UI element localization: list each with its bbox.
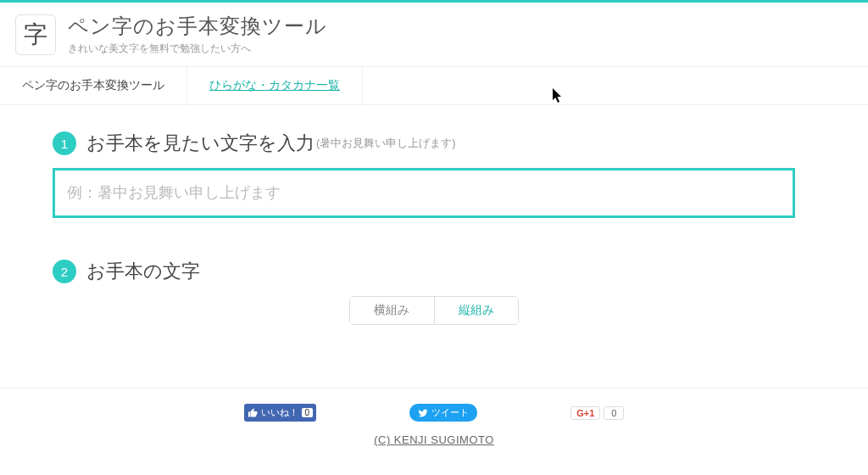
horizontal-layout-button[interactable]: 横組み [350,297,435,324]
footer: いいね！ 0 ツイート G +1 0 (C) KENJI SUGIMOTO [0,388,868,446]
google-plus-g-icon: G [576,408,584,418]
text-input[interactable] [53,168,795,218]
google-plus-button[interactable]: G +1 [570,406,600,420]
google-plus-count: 0 [604,406,624,420]
google-plus-plus1: +1 [584,408,595,418]
facebook-like-count: 0 [302,408,314,417]
site-subtitle: きれいな美文字を無料で勉強したい方へ [68,42,327,56]
step2-header: 2 お手本の文字 [53,259,815,284]
step1-badge: 1 [53,131,76,155]
step1-hint: (暑中お見舞い申し上げます) [316,136,456,151]
twitter-icon [418,408,428,418]
site-header: 字 ペン字のお手本変換ツール きれいな美文字を無料で勉強したい方へ [0,3,868,67]
tab-kana-list[interactable]: ひらがな・カタカナ一覧 [187,67,363,104]
thumbs-up-icon [248,408,258,418]
copyright-link[interactable]: (C) KENJI SUGIMOTO [0,433,868,446]
title-block: ペン字のお手本変換ツール きれいな美文字を無料で勉強したい方へ [68,13,327,56]
twitter-tweet-button[interactable]: ツイート [409,404,477,422]
layout-segmented-control: 横組み 縦組み [349,296,519,325]
step2-title: お手本の文字 [86,259,200,284]
google-plus-wrap: G +1 0 [570,406,624,420]
twitter-tweet-label: ツイート [431,406,469,419]
facebook-like-button[interactable]: いいね！ 0 [244,404,317,422]
social-row: いいね！ 0 ツイート G +1 0 [0,404,868,422]
site-title: ペン字のお手本変換ツール [68,13,327,40]
facebook-like-label: いいね！ [261,406,298,419]
vertical-layout-button[interactable]: 縦組み [435,297,519,324]
logo-icon: 字 [15,14,56,55]
nav-tabs: ペン字のお手本変換ツール ひらがな・カタカナ一覧 [0,67,868,105]
tab-tool[interactable]: ペン字のお手本変換ツール [0,67,187,104]
step1-title: お手本を見たい文字を入力 [86,131,314,156]
main-content: 1 お手本を見たい文字を入力 (暑中お見舞い申し上げます) 2 お手本の文字 横… [53,105,815,359]
step2-badge: 2 [53,260,76,283]
step1-header: 1 お手本を見たい文字を入力 (暑中お見舞い申し上げます) [53,131,815,156]
